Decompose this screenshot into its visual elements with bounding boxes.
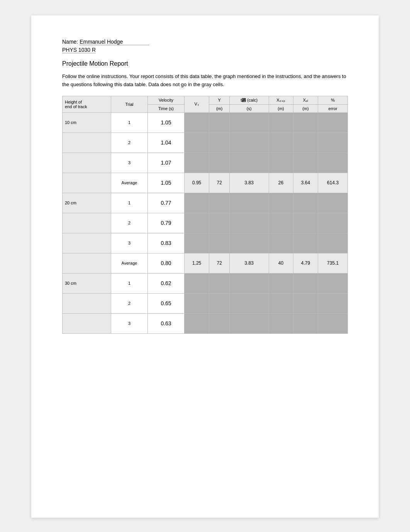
data-row: 30 cm10.62 <box>63 273 348 293</box>
cell-pct <box>318 273 348 293</box>
cell-velocity <box>184 213 209 233</box>
cell-xexp <box>269 233 293 253</box>
cell-xcalc <box>293 193 318 213</box>
cell-pct <box>318 293 348 313</box>
name-value: Emmanuel Hodge <box>80 39 149 45</box>
cell-trial: 3 <box>111 313 148 333</box>
cell-y <box>209 112 230 133</box>
cell-xcalc <box>293 233 318 253</box>
course-value: PHYS 1030 R <box>62 47 96 53</box>
avg-row: Average1.050.95723.83263.64614.3 <box>63 173 348 193</box>
cell-pct <box>318 112 348 133</box>
cell-y <box>209 293 230 313</box>
cell-height <box>63 233 111 253</box>
report-title: Projectile Motion Report <box>62 60 348 67</box>
instructions-text: Follow the online instructions. Your rep… <box>62 73 348 89</box>
cell-time: 1.05 <box>148 173 184 193</box>
data-row: 30.83 <box>63 233 348 253</box>
col-ty-sub: (s) <box>229 104 269 112</box>
cell-y <box>209 133 230 153</box>
cell-time: 1.07 <box>148 153 184 173</box>
cell-height: 20 cm <box>63 193 111 213</box>
data-row: 21.04 <box>63 133 348 153</box>
cell-xcalc <box>293 133 318 153</box>
data-row: 30.63 <box>63 313 348 333</box>
cell-time: 0.63 <box>148 313 184 333</box>
cell-trial: 1 <box>111 112 148 133</box>
cell-xexp <box>269 133 293 153</box>
cell-height: 30 cm <box>63 273 111 293</box>
page: Name: Emmanuel Hodge PHYS 1030 R Project… <box>31 15 379 518</box>
cell-velocity <box>184 293 209 313</box>
cell-xcalc <box>293 293 318 313</box>
data-row: 20.65 <box>63 293 348 313</box>
course-line: PHYS 1030 R <box>62 47 348 53</box>
col-xcalc-top: X⁣ₐₗ⁣ <box>293 96 318 104</box>
cell-trial: 1 <box>111 193 148 213</box>
cell-xexp <box>269 293 293 313</box>
cell-pct <box>318 133 348 153</box>
cell-y <box>209 313 230 333</box>
cell-time: 0.65 <box>148 293 184 313</box>
cell-trial: 2 <box>111 213 148 233</box>
cell-trial: Average <box>111 173 148 193</box>
col-time-sub: Time (s) <box>148 104 184 112</box>
cell-trial: 1 <box>111 273 148 293</box>
cell-height <box>63 133 111 153</box>
cell-ty <box>229 273 269 293</box>
cell-xexp <box>269 213 293 233</box>
cell-trial: 3 <box>111 153 148 173</box>
cell-height <box>63 313 111 333</box>
cell-ty <box>229 112 269 133</box>
cell-xcalc: 3.64 <box>293 173 318 193</box>
cell-velocity: 1.25 <box>184 253 209 273</box>
cell-trial: Average <box>111 253 148 273</box>
cell-y <box>209 233 230 253</box>
cell-xcalc <box>293 313 318 333</box>
cell-ty: 3.83 <box>229 173 269 193</box>
data-row: 31.07 <box>63 153 348 173</box>
cell-xexp <box>269 112 293 133</box>
cell-velocity <box>184 193 209 213</box>
cell-pct <box>318 213 348 233</box>
cell-time: 0.80 <box>148 253 184 273</box>
cell-pct <box>318 193 348 213</box>
cell-velocity <box>184 112 209 133</box>
col-trial: Trial <box>111 96 148 112</box>
cell-ty <box>229 153 269 173</box>
data-row: 10 cm11.05 <box>63 112 348 133</box>
cell-ty <box>229 193 269 213</box>
cell-xexp <box>269 313 293 333</box>
cell-xcalc <box>293 273 318 293</box>
cell-pct <box>318 313 348 333</box>
cell-time: 0.62 <box>148 273 184 293</box>
cell-xcalc: 4.79 <box>293 253 318 273</box>
cell-xcalc <box>293 112 318 133</box>
col-height: Height ofend of track <box>63 96 111 112</box>
col-pct-top: % <box>318 96 348 104</box>
name-line: Name: Emmanuel Hodge <box>62 39 348 45</box>
cell-pct: 614.3 <box>318 173 348 193</box>
cell-ty <box>229 293 269 313</box>
cell-ty <box>229 233 269 253</box>
cell-velocity: 0.95 <box>184 173 209 193</box>
cell-y <box>209 153 230 173</box>
avg-row: Average0.801.25723.83404.79735.1 <box>63 253 348 273</box>
cell-time: 0.83 <box>148 233 184 253</box>
cell-velocity <box>184 313 209 333</box>
cell-velocity <box>184 133 209 153</box>
cell-y: 72 <box>209 173 230 193</box>
cell-ty: 3.83 <box>229 253 269 273</box>
cell-xexp <box>269 273 293 293</box>
cell-trial: 3 <box>111 233 148 253</box>
cell-time: 1.05 <box>148 112 184 133</box>
cell-xexp: 26 <box>269 173 293 193</box>
data-row: 20 cm10.77 <box>63 193 348 213</box>
cell-height: 10 cm <box>63 112 111 133</box>
col-xcalc-sub: (m) <box>293 104 318 112</box>
col-velocity: Vₓ <box>184 96 209 112</box>
cell-height <box>63 253 111 273</box>
cell-ty <box>229 133 269 153</box>
cell-height <box>63 213 111 233</box>
cell-xexp: 40 <box>269 253 293 273</box>
